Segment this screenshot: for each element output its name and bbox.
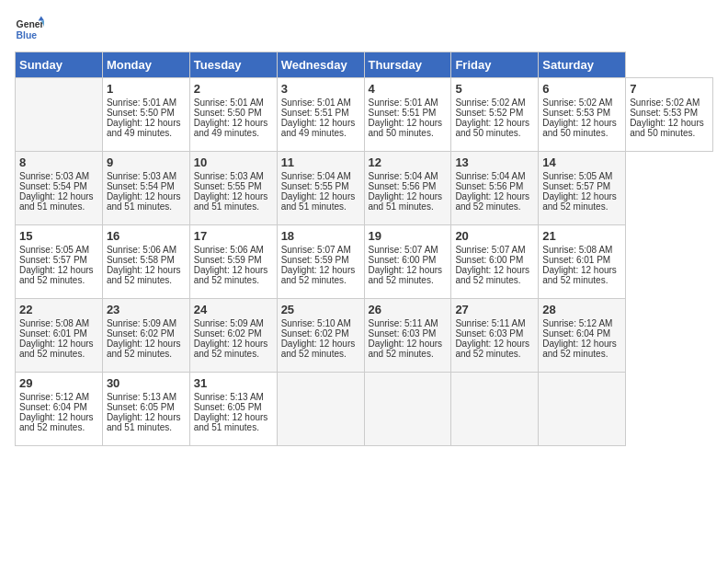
day-number: 14 bbox=[542, 155, 621, 169]
day-number: 5 bbox=[455, 82, 534, 96]
sunrise-text: Sunrise: 5:01 AM bbox=[369, 98, 438, 108]
daylight-text: Daylight: 12 hours and 52 minutes. bbox=[542, 339, 617, 359]
sunrise-text: Sunrise: 5:11 AM bbox=[369, 318, 438, 328]
calendar-cell: 20Sunrise: 5:07 AMSunset: 6:00 PMDayligh… bbox=[451, 225, 539, 299]
daylight-text: Daylight: 12 hours and 51 minutes. bbox=[281, 191, 356, 212]
day-number: 9 bbox=[107, 155, 186, 169]
daylight-text: Daylight: 12 hours and 51 minutes. bbox=[194, 412, 268, 432]
sunrise-text: Sunrise: 5:09 AM bbox=[107, 318, 176, 328]
calendar-cell: 18Sunrise: 5:07 AMSunset: 5:59 PMDayligh… bbox=[277, 225, 364, 299]
calendar-cell: 21Sunrise: 5:08 AMSunset: 6:01 PMDayligh… bbox=[539, 225, 626, 299]
sunrise-text: Sunrise: 5:02 AM bbox=[630, 98, 700, 108]
day-number: 2 bbox=[194, 82, 273, 96]
calendar-cell: 8Sunrise: 5:03 AMSunset: 5:54 PMDaylight… bbox=[16, 152, 103, 225]
sunset-text: Sunset: 5:56 PM bbox=[369, 181, 437, 191]
sunset-text: Sunset: 6:01 PM bbox=[542, 255, 610, 265]
day-number: 6 bbox=[542, 82, 621, 96]
sunrise-text: Sunrise: 5:13 AM bbox=[107, 392, 176, 402]
sunset-text: Sunset: 6:00 PM bbox=[455, 255, 523, 265]
calendar-week-row: 22Sunrise: 5:08 AMSunset: 6:01 PMDayligh… bbox=[16, 299, 713, 373]
daylight-text: Daylight: 12 hours and 52 minutes. bbox=[455, 339, 529, 359]
sunset-text: Sunset: 5:56 PM bbox=[455, 181, 523, 191]
daylight-text: Daylight: 12 hours and 50 minutes. bbox=[630, 118, 704, 138]
day-number: 7 bbox=[630, 82, 709, 96]
daylight-text: Daylight: 12 hours and 52 minutes. bbox=[107, 339, 181, 359]
daylight-text: Daylight: 12 hours and 52 minutes. bbox=[194, 265, 268, 285]
calendar-cell: 25Sunrise: 5:10 AMSunset: 6:02 PMDayligh… bbox=[277, 299, 364, 373]
day-number: 16 bbox=[107, 229, 186, 243]
sunrise-text: Sunrise: 5:09 AM bbox=[194, 318, 264, 328]
sunset-text: Sunset: 6:01 PM bbox=[19, 328, 87, 339]
sunrise-text: Sunrise: 5:03 AM bbox=[107, 171, 176, 181]
day-number: 19 bbox=[369, 229, 448, 243]
day-number: 25 bbox=[281, 303, 360, 316]
calendar-cell: 17Sunrise: 5:06 AMSunset: 5:59 PMDayligh… bbox=[189, 225, 277, 299]
day-number: 10 bbox=[194, 155, 273, 169]
sunset-text: Sunset: 6:02 PM bbox=[281, 328, 349, 339]
calendar-cell: 7Sunrise: 5:02 AMSunset: 5:53 PMDaylight… bbox=[626, 78, 713, 152]
daylight-text: Daylight: 12 hours and 52 minutes. bbox=[19, 265, 94, 285]
day-number: 3 bbox=[281, 82, 360, 96]
calendar-cell: 16Sunrise: 5:06 AMSunset: 5:58 PMDayligh… bbox=[102, 225, 189, 299]
sunset-text: Sunset: 5:55 PM bbox=[194, 181, 262, 191]
daylight-text: Daylight: 12 hours and 52 minutes. bbox=[194, 339, 268, 359]
day-number: 13 bbox=[455, 155, 534, 169]
sunrise-text: Sunrise: 5:01 AM bbox=[107, 98, 176, 108]
sunrise-text: Sunrise: 5:04 AM bbox=[455, 171, 525, 181]
sunset-text: Sunset: 5:50 PM bbox=[107, 108, 175, 118]
day-number: 17 bbox=[194, 229, 273, 243]
daylight-text: Daylight: 12 hours and 52 minutes. bbox=[369, 339, 443, 359]
sunrise-text: Sunrise: 5:05 AM bbox=[19, 245, 89, 255]
calendar-cell: 27Sunrise: 5:11 AMSunset: 6:03 PMDayligh… bbox=[451, 299, 539, 373]
sunset-text: Sunset: 5:51 PM bbox=[281, 108, 349, 118]
sunset-text: Sunset: 5:58 PM bbox=[107, 255, 175, 265]
calendar-header-friday: Friday bbox=[451, 52, 539, 78]
daylight-text: Daylight: 12 hours and 52 minutes. bbox=[107, 265, 181, 285]
calendar-cell: 2Sunrise: 5:01 AMSunset: 5:50 PMDaylight… bbox=[189, 78, 277, 152]
calendar-cell bbox=[539, 373, 626, 446]
sunset-text: Sunset: 5:54 PM bbox=[19, 181, 87, 191]
sunrise-text: Sunrise: 5:07 AM bbox=[369, 245, 438, 255]
calendar-cell: 1Sunrise: 5:01 AMSunset: 5:50 PMDaylight… bbox=[102, 78, 189, 152]
calendar-cell: 24Sunrise: 5:09 AMSunset: 6:02 PMDayligh… bbox=[189, 299, 277, 373]
sunset-text: Sunset: 6:02 PM bbox=[107, 328, 175, 339]
calendar-cell bbox=[364, 373, 451, 446]
day-number: 28 bbox=[542, 303, 621, 316]
sunrise-text: Sunrise: 5:01 AM bbox=[281, 98, 351, 108]
sunrise-text: Sunrise: 5:13 AM bbox=[194, 392, 264, 402]
calendar-header-row: SundayMondayTuesdayWednesdayThursdayFrid… bbox=[16, 52, 713, 78]
sunrise-text: Sunrise: 5:08 AM bbox=[19, 318, 89, 328]
calendar-cell bbox=[277, 373, 364, 446]
sunrise-text: Sunrise: 5:06 AM bbox=[194, 245, 264, 255]
page-header: General Blue bbox=[15, 15, 713, 44]
daylight-text: Daylight: 12 hours and 51 minutes. bbox=[194, 191, 268, 212]
svg-marker-2 bbox=[39, 17, 44, 21]
daylight-text: Daylight: 12 hours and 52 minutes. bbox=[455, 191, 529, 212]
calendar-cell: 31Sunrise: 5:13 AMSunset: 6:05 PMDayligh… bbox=[189, 373, 277, 446]
calendar-cell: 6Sunrise: 5:02 AMSunset: 5:53 PMDaylight… bbox=[539, 78, 626, 152]
calendar-header-tuesday: Tuesday bbox=[189, 52, 277, 78]
calendar-cell: 19Sunrise: 5:07 AMSunset: 6:00 PMDayligh… bbox=[364, 225, 451, 299]
day-number: 23 bbox=[107, 303, 186, 316]
sunrise-text: Sunrise: 5:02 AM bbox=[455, 98, 525, 108]
calendar-cell: 11Sunrise: 5:04 AMSunset: 5:55 PMDayligh… bbox=[277, 152, 364, 225]
sunrise-text: Sunrise: 5:11 AM bbox=[455, 318, 525, 328]
daylight-text: Daylight: 12 hours and 50 minutes. bbox=[455, 118, 529, 138]
calendar-cell: 3Sunrise: 5:01 AMSunset: 5:51 PMDaylight… bbox=[277, 78, 364, 152]
sunrise-text: Sunrise: 5:06 AM bbox=[107, 245, 176, 255]
calendar-cell: 4Sunrise: 5:01 AMSunset: 5:51 PMDaylight… bbox=[364, 78, 451, 152]
day-number: 4 bbox=[369, 82, 448, 96]
calendar-cell: 13Sunrise: 5:04 AMSunset: 5:56 PMDayligh… bbox=[451, 152, 539, 225]
calendar-cell: 22Sunrise: 5:08 AMSunset: 6:01 PMDayligh… bbox=[16, 299, 103, 373]
day-number: 12 bbox=[369, 155, 448, 169]
sunrise-text: Sunrise: 5:01 AM bbox=[194, 98, 264, 108]
daylight-text: Daylight: 12 hours and 51 minutes. bbox=[369, 191, 443, 212]
calendar-header-wednesday: Wednesday bbox=[277, 52, 364, 78]
calendar-header-sunday: Sunday bbox=[16, 52, 103, 78]
sunrise-text: Sunrise: 5:04 AM bbox=[369, 171, 438, 181]
daylight-text: Daylight: 12 hours and 52 minutes. bbox=[281, 265, 356, 285]
sunset-text: Sunset: 5:59 PM bbox=[281, 255, 349, 265]
calendar-cell: 10Sunrise: 5:03 AMSunset: 5:55 PMDayligh… bbox=[189, 152, 277, 225]
sunset-text: Sunset: 6:03 PM bbox=[369, 328, 437, 339]
sunrise-text: Sunrise: 5:12 AM bbox=[542, 318, 612, 328]
